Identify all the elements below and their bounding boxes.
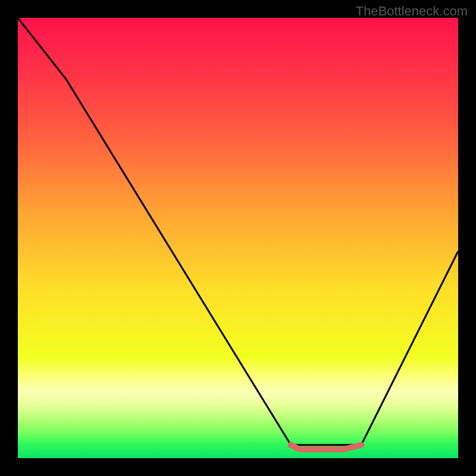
curve-layer <box>18 18 458 458</box>
plot-area <box>18 18 458 458</box>
watermark-text: TheBottleneck.com <box>356 4 468 19</box>
bottleneck-curve <box>18 18 458 445</box>
